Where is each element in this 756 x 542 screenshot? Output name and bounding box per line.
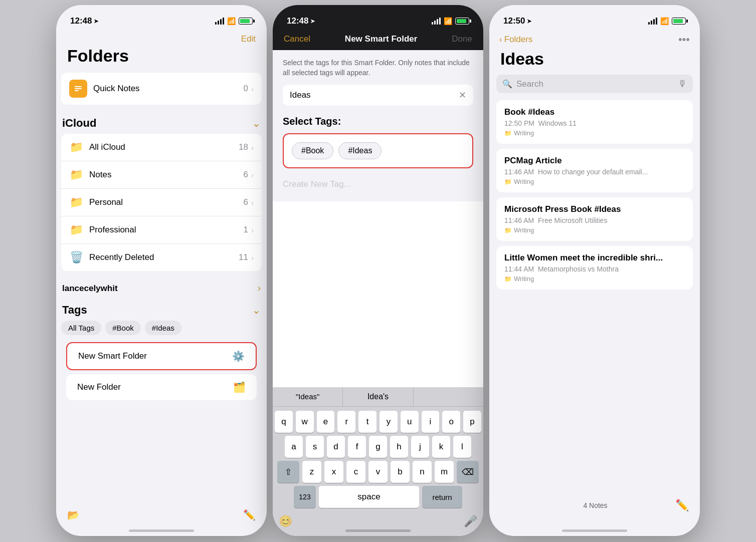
done-button[interactable]: Done (452, 34, 472, 44)
key-r[interactable]: r (337, 411, 355, 433)
folder-count-recently-deleted: 11 (239, 252, 248, 262)
battery-middle (455, 18, 469, 25)
note-item-2[interactable]: PCMag Article 11:46 AM How to change you… (496, 149, 693, 192)
key-a[interactable]: a (285, 436, 303, 458)
lance-section[interactable]: lancecelywhit › (56, 280, 267, 298)
key-j[interactable]: j (411, 436, 429, 458)
key-b[interactable]: b (391, 461, 410, 483)
folder-chevron-all-icloud: › (251, 143, 254, 152)
battery-left (239, 18, 253, 25)
note-item-3[interactable]: Microsoft Press Book #Ideas 11:46 AM Fre… (496, 197, 693, 241)
key-p[interactable]: p (463, 411, 481, 433)
key-k[interactable]: k (432, 436, 450, 458)
compose-icon-right[interactable]: ✏️ (675, 499, 689, 512)
new-smart-folder-label: New Smart Folder (78, 351, 232, 361)
more-options-button[interactable]: ••• (678, 33, 690, 46)
tag-chip-book[interactable]: #Book (105, 321, 141, 335)
wifi-icon-right: 📶 (660, 17, 669, 25)
suggestion-ideas-quoted[interactable]: "Ideas" (273, 387, 343, 406)
new-folder-item[interactable]: New Folder 🗂️ (66, 374, 257, 400)
key-shift[interactable]: ⇧ (277, 461, 299, 483)
folder-yellow-icon-notes: 📁 (70, 168, 83, 181)
create-new-tag-input[interactable]: Create New Tag... (283, 175, 473, 193)
clear-input-button[interactable]: ✕ (459, 90, 466, 101)
folder-professional[interactable]: 📁 Professional 1 › (61, 216, 262, 244)
key-n[interactable]: n (413, 461, 432, 483)
back-button[interactable]: ‹ Folders (499, 35, 532, 45)
status-bar-right: 12:50 ➤ 📶 (489, 5, 700, 30)
quick-notes-chevron: › (251, 85, 254, 93)
middle-phone: 12:48 ➤ 📶 Cancel New Smart Folder Done S… (273, 5, 483, 536)
folder-yellow-icon-professional: 📁 (70, 223, 83, 236)
folder-notes[interactable]: 📁 Notes 6 › (61, 161, 262, 189)
key-delete[interactable]: ⌫ (457, 461, 479, 483)
tags-section-header: Tags ⌄ (56, 301, 267, 321)
key-d[interactable]: d (327, 436, 345, 458)
compose-icon-left[interactable]: ✏️ (243, 509, 256, 521)
folder-personal[interactable]: 📁 Personal 6 › (61, 189, 262, 216)
folder-icon-trash: 🗑️ (69, 250, 83, 264)
modal-description: Select the tags for this Smart Folder. O… (283, 58, 473, 78)
new-smart-folder-item[interactable]: New Smart Folder ⚙️ (66, 342, 257, 370)
tag-chip-book-selected[interactable]: #Book (292, 142, 333, 159)
note-title-4: Little Women meet the incredible shri... (504, 253, 685, 263)
suggestion-ideas-apostrophe[interactable]: Idea's (343, 387, 413, 406)
folder-all-icloud[interactable]: 📁 All iCloud 18 › (61, 134, 262, 161)
key-y[interactable]: y (380, 411, 398, 433)
key-i[interactable]: i (422, 411, 440, 433)
cancel-button[interactable]: Cancel (284, 34, 310, 44)
keyboard-suggestions: "Ideas" Idea's (273, 387, 483, 407)
note-tag-2: 📁 Writing (504, 178, 685, 185)
key-o[interactable]: o (442, 411, 460, 433)
emoji-icon[interactable]: 😊 (279, 515, 292, 528)
tag-chip-all[interactable]: All Tags (61, 321, 101, 335)
key-space[interactable]: space (319, 486, 419, 508)
key-v[interactable]: v (368, 461, 388, 483)
key-h[interactable]: h (390, 436, 408, 458)
key-123[interactable]: 123 (294, 486, 316, 508)
folder-recently-deleted[interactable]: 🗑️ Recently Deleted 11 › (61, 244, 262, 271)
note-item-4[interactable]: Little Women meet the incredible shri...… (496, 246, 693, 290)
select-tags-label: Select Tags: (283, 116, 473, 127)
key-c[interactable]: c (346, 461, 365, 483)
key-x[interactable]: x (324, 461, 343, 483)
key-e[interactable]: e (317, 411, 335, 433)
key-f[interactable]: f (348, 436, 366, 458)
note-item-1[interactable]: Book #Ideas 12:50 PM Windows 11 📁 Writin… (496, 100, 693, 144)
key-s[interactable]: s (306, 436, 324, 458)
lance-title: lancecelywhit (62, 284, 118, 294)
status-bar-middle: 12:48 ➤ 📶 (273, 5, 483, 30)
tag-chip-ideas[interactable]: #Ideas (145, 321, 181, 335)
folder-name-all-icloud: All iCloud (89, 142, 239, 152)
tag-chip-ideas-selected[interactable]: #Ideas (338, 142, 382, 159)
key-g[interactable]: g (369, 436, 387, 458)
key-w[interactable]: w (296, 411, 314, 433)
svg-rect-3 (75, 90, 79, 91)
key-m[interactable]: m (435, 461, 454, 483)
note-meta-1: 12:50 PM Windows 11 (504, 119, 685, 127)
icloud-chevron[interactable]: ⌄ (252, 117, 261, 129)
folder-new-icon: 🗂️ (233, 381, 246, 393)
tags-chevron[interactable]: ⌄ (252, 304, 261, 316)
key-row-2: a s d f g h j k l (275, 436, 481, 458)
quick-notes-row[interactable]: Quick Notes 0 › (61, 73, 262, 105)
quick-notes-svg (73, 83, 84, 94)
microphone-icon[interactable]: 🎤 (464, 515, 477, 528)
note-tag-3: 📁 Writing (504, 226, 685, 234)
home-indicator-right (562, 529, 627, 532)
key-u[interactable]: u (401, 411, 419, 433)
microphone-icon-right[interactable]: 🎙 (678, 79, 687, 89)
key-return[interactable]: return (422, 486, 462, 508)
key-q[interactable]: q (275, 411, 293, 433)
smart-folder-icon[interactable]: 📂 (67, 509, 80, 521)
status-bar-left: 12:48 ➤ 📶 (56, 5, 267, 30)
key-t[interactable]: t (358, 411, 376, 433)
search-bar-right[interactable]: 🔍 Search 🎙 (496, 75, 693, 93)
folder-count-professional: 1 (244, 225, 248, 235)
edit-button[interactable]: Edit (241, 34, 256, 44)
key-z[interactable]: z (302, 461, 321, 483)
smart-folder-name-input[interactable]: Ideas ✕ (283, 85, 473, 106)
key-l[interactable]: l (453, 436, 471, 458)
folder-count-personal: 6 (244, 197, 248, 207)
signal-bars-right (648, 18, 657, 25)
